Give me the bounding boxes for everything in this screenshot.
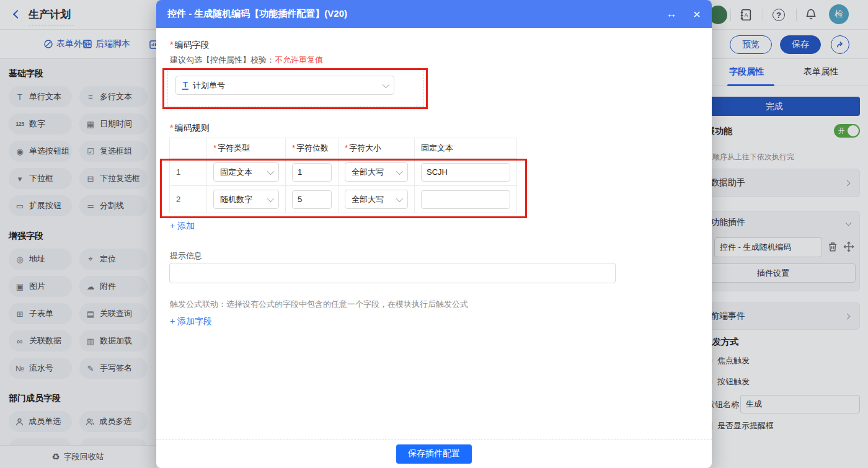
table-row: 2 随机数字 全部大写: [170, 186, 517, 213]
char-type-select[interactable]: 固定文本: [213, 162, 279, 182]
encoding-rules-table: 字符类型 字符位数 字符大小 固定文本 1 固定文本 全部大写 2 随机数字 全…: [169, 138, 517, 213]
char-case-select[interactable]: 全部大写: [345, 190, 408, 209]
select-value: 全部大写: [352, 194, 384, 205]
chevron-down-icon: [267, 195, 274, 201]
col-header-char-case: 字符大小: [339, 138, 415, 159]
encoding-rules-label: 编码规则: [170, 123, 209, 134]
hint-prefix: 建议勾选【控件属性】校验：: [170, 55, 275, 64]
table-header-row: 字符类型 字符位数 字符大小 固定文本: [170, 138, 517, 159]
tip-label: 提示信息: [170, 250, 202, 262]
chevron-down-icon: [396, 167, 403, 174]
char-case-select[interactable]: 全部大写: [345, 162, 408, 182]
code-field-select-value: 计划单号: [193, 80, 225, 91]
col-header-index: [170, 138, 207, 159]
col-header-char-count: 字符位数: [286, 138, 339, 159]
text-field-icon: T: [182, 81, 188, 91]
char-count-input[interactable]: [292, 190, 332, 209]
chevron-down-icon: [396, 195, 403, 201]
row-index: 2: [170, 186, 207, 213]
code-field-dropzone: T 计划单号: [167, 71, 424, 107]
row-index: 1: [170, 159, 207, 186]
chevron-down-icon: [267, 167, 274, 174]
tip-input[interactable]: [169, 263, 616, 283]
modal-header: 控件 - 生成随机编码【功能插件配置】(V20) ↔ ×: [156, 0, 712, 28]
code-field-label: 编码字段: [170, 40, 209, 51]
add-rule-link[interactable]: + 添加: [170, 221, 195, 232]
add-field-link[interactable]: + 添加字段: [170, 316, 212, 327]
code-field-hint: 建议勾选【控件属性】校验：不允许重复值: [170, 55, 323, 66]
col-header-char-type: 字符类型: [207, 138, 286, 159]
formula-linkage-hint: 触发公式联动：选择设有公式的字段中包含的任意一个字段，在模块执行后触发公式: [170, 299, 468, 310]
char-count-input[interactable]: [292, 163, 332, 182]
fixed-text-input[interactable]: [421, 190, 510, 209]
save-plugin-config-button[interactable]: 保存插件配置: [396, 444, 472, 464]
col-header-fixed-text: 固定文本: [415, 138, 517, 159]
select-value: 随机数字: [220, 194, 252, 205]
select-value: 固定文本: [220, 167, 252, 178]
modal-footer: 保存插件配置: [156, 439, 712, 468]
char-type-select[interactable]: 随机数字: [213, 190, 279, 209]
select-value: 全部大写: [352, 167, 384, 178]
fixed-text-input[interactable]: [421, 163, 510, 182]
chevron-down-icon: [383, 81, 389, 87]
table-row: 1 固定文本 全部大写: [170, 159, 517, 186]
hint-highlight: 不允许重复值: [275, 55, 323, 64]
expand-icon[interactable]: ↔: [666, 8, 677, 20]
modal-title: 控件 - 生成随机编码【功能插件配置】(V20): [167, 8, 347, 20]
code-field-select[interactable]: T 计划单号: [175, 76, 394, 95]
plugin-config-modal: 控件 - 生成随机编码【功能插件配置】(V20) ↔ × 编码字段 建议勾选【控…: [156, 0, 712, 468]
close-icon[interactable]: ×: [693, 7, 701, 20]
